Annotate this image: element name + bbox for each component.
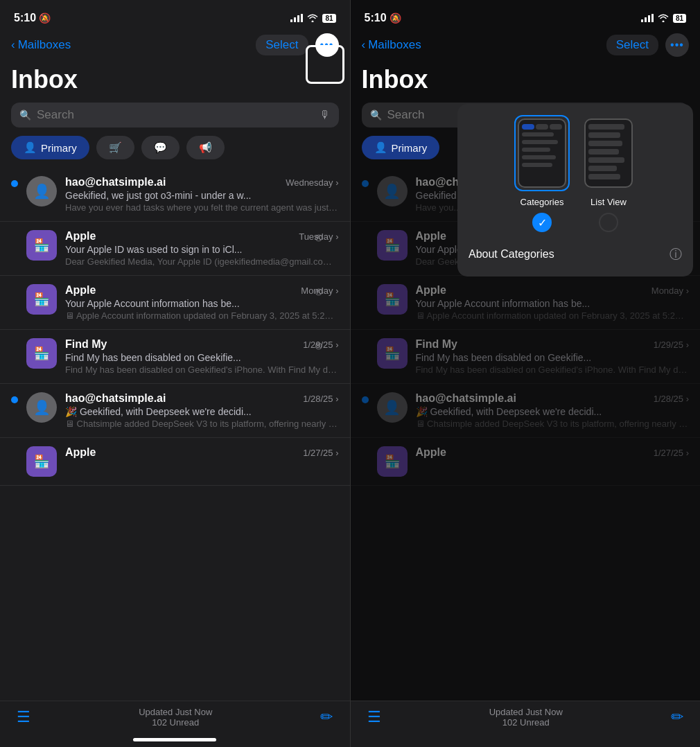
category-popup: Categories ✓ <box>457 104 693 276</box>
wifi-icon-right <box>658 14 669 22</box>
tab-primary-left[interactable]: 👤 Primary <box>11 136 89 159</box>
status-icons-right: 81 <box>641 14 686 23</box>
email-badge-4: ⎋ <box>315 340 322 352</box>
home-indicator-left <box>133 738 216 741</box>
cart-icon-left: 🛒 <box>109 141 122 154</box>
svg-rect-6 <box>648 15 650 22</box>
unread-dot-5 <box>11 396 18 403</box>
svg-rect-5 <box>645 17 647 22</box>
bottom-center-left: Updated Just Now 102 Unread <box>139 707 212 728</box>
inbox-title-left: Inbox <box>0 62 350 103</box>
dots-button-right[interactable]: ••• <box>665 33 689 57</box>
listview-check <box>599 213 618 232</box>
status-bar-left: 5:10 🔕 81 <box>0 0 350 30</box>
category-option-listview[interactable]: List View <box>581 115 636 232</box>
mic-icon-left: 🎙 <box>320 109 331 121</box>
tab-primary-right[interactable]: 👤 Primary <box>362 136 440 159</box>
email-list-left: 👤 hao@chatsimple.ai Wednesday › Geekifie… <box>0 168 350 486</box>
info-icon[interactable]: ⓘ <box>670 246 682 263</box>
mute-icon-right: 🔕 <box>390 12 401 24</box>
select-button-right[interactable]: Select <box>606 35 658 55</box>
email-item-2[interactable]: 🏪 Apple Tuesday › Your Apple ID was used… <box>0 222 350 276</box>
search-input-left[interactable] <box>37 108 314 122</box>
search-icon-left: 🔍 <box>19 109 31 121</box>
about-categories-row[interactable]: About Categories ⓘ <box>469 243 682 265</box>
nav-bar-left: ‹ Mailboxes Select ••• <box>0 30 350 62</box>
avatar-1: 👤 <box>26 176 57 206</box>
time-right: 5:10 🔕 <box>365 12 401 24</box>
select-button-left[interactable]: Select <box>256 35 308 55</box>
battery-left: 81 <box>322 14 335 23</box>
svg-rect-2 <box>297 15 299 22</box>
wifi-icon-left <box>307 14 318 22</box>
nav-bar-right: ‹ Mailboxes Select ••• <box>351 30 701 62</box>
nav-actions-right: Select ••• <box>606 33 689 57</box>
avatar-3: 🏪 <box>26 284 57 315</box>
search-bar-left[interactable]: 🔍 🎙 <box>11 103 339 128</box>
email-content-6: Apple 1/27/25 › <box>65 446 339 462</box>
phone-mock-list <box>584 118 633 188</box>
svg-rect-4 <box>641 19 643 22</box>
highlight-box <box>306 45 344 84</box>
bottom-bar-right: ☰ Updated Just Now 102 Unread ✏ <box>351 701 701 747</box>
categories-label: Categories <box>520 197 564 207</box>
svg-rect-7 <box>651 14 654 22</box>
search-icon-right: 🔍 <box>370 109 382 121</box>
chat-icon-left: 💬 <box>154 141 167 154</box>
phone-mock-categories <box>518 118 566 188</box>
tab-shopping-left[interactable]: 🛒 <box>96 136 134 159</box>
person-icon-right: 👤 <box>374 141 387 154</box>
status-icons-left: 81 <box>290 14 335 23</box>
person-icon-left: 👤 <box>24 141 37 154</box>
categories-icon-box <box>514 115 570 191</box>
email-item-5[interactable]: 👤 hao@chatsimple.ai 1/28/25 › 🎉 Geekifie… <box>0 384 350 438</box>
tab-notifications-left[interactable]: 💬 <box>141 136 180 159</box>
svg-rect-3 <box>301 14 303 22</box>
listview-label: List View <box>590 197 627 207</box>
status-bar-right: 5:10 🔕 81 <box>351 0 701 30</box>
unread-dot-1 <box>11 180 18 187</box>
tab-promotions-left[interactable]: 📢 <box>186 136 225 159</box>
avatar-2: 🏪 <box>26 230 57 261</box>
email-content-2: Apple Tuesday › Your Apple ID was used t… <box>65 230 339 267</box>
email-badge-3: ⎋ <box>315 285 322 298</box>
updated-text-right: Updated Just Now <box>489 707 563 717</box>
category-options: Categories ✓ <box>457 104 693 276</box>
compose-icon-right[interactable]: ✏ <box>671 708 683 726</box>
about-categories-text: About Categories <box>469 248 554 261</box>
megaphone-icon-left: 📢 <box>199 141 212 154</box>
email-content-4: Find My 1/29/25 › Find My has been disab… <box>65 338 339 375</box>
email-badge-2: ⎋ <box>315 231 322 244</box>
filter-icon-left[interactable]: ☰ <box>17 708 30 726</box>
right-panel: 5:10 🔕 81 ‹ Mailboxes Select <box>351 0 701 747</box>
inbox-title-right: Inbox <box>351 62 701 103</box>
email-item-3[interactable]: 🏪 Apple Monday › Your Apple Account info… <box>0 276 350 330</box>
compose-icon-left[interactable]: ✏ <box>320 708 333 726</box>
back-button-right[interactable]: ‹ Mailboxes <box>362 38 421 52</box>
categories-check: ✓ <box>532 213 552 232</box>
email-item-6[interactable]: 🏪 Apple 1/27/25 › <box>0 438 350 486</box>
updated-text-left: Updated Just Now <box>139 707 212 717</box>
category-option-row: Categories ✓ <box>469 115 682 232</box>
svg-rect-0 <box>290 19 292 22</box>
email-content-3: Apple Monday › Your Apple Account inform… <box>65 284 339 321</box>
time-left: 5:10 🔕 <box>14 12 51 24</box>
category-option-categories[interactable]: Categories ✓ <box>514 115 570 232</box>
email-content-1: hao@chatsimple.ai Wednesday › Geekified,… <box>65 176 339 213</box>
signal-icon-left <box>290 14 303 22</box>
filter-icon-right[interactable]: ☰ <box>367 708 381 726</box>
avatar-5: 👤 <box>26 392 57 423</box>
svg-rect-1 <box>294 17 296 22</box>
email-item-4[interactable]: 🏪 Find My 1/29/25 › Find My has been dis… <box>0 330 350 384</box>
unread-count-left: 102 Unread <box>139 717 212 728</box>
left-panel: 5:10 🔕 81 ‹ Mailboxes Select <box>0 0 350 747</box>
mute-icon-left: 🔕 <box>39 12 51 24</box>
battery-right: 81 <box>673 14 686 23</box>
email-item-1[interactable]: 👤 hao@chatsimple.ai Wednesday › Geekifie… <box>0 168 350 222</box>
back-button-left[interactable]: ‹ Mailboxes <box>11 38 71 52</box>
category-tabs-left: 👤 Primary 🛒 💬 📢 <box>0 136 350 168</box>
avatar-6: 🏪 <box>26 446 57 477</box>
signal-icon-right <box>641 14 654 22</box>
avatar-4: 🏪 <box>26 338 57 369</box>
listview-icon-box <box>581 115 636 191</box>
